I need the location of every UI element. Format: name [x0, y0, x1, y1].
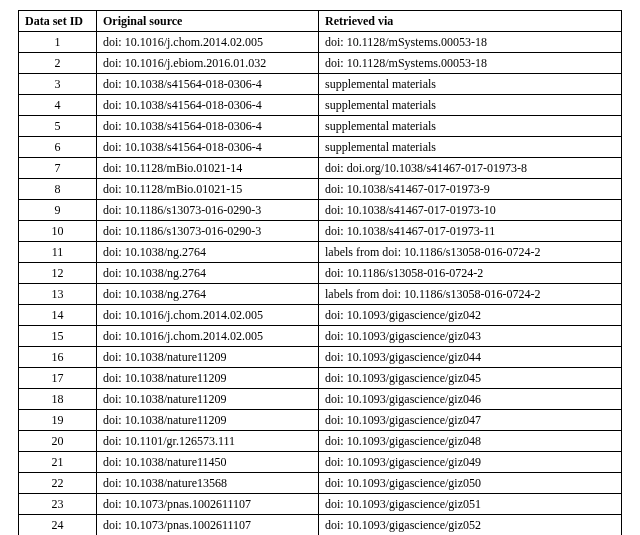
cell-source: doi: 10.1038/nature13568 [97, 473, 319, 494]
cell-source: doi: 10.1038/s41564-018-0306-4 [97, 137, 319, 158]
table-row: 4doi: 10.1038/s41564-018-0306-4supplemen… [19, 95, 622, 116]
cell-via: doi: 10.1093/gigascience/giz046 [319, 389, 622, 410]
cell-via: supplemental materials [319, 116, 622, 137]
cell-source: doi: 10.1186/s13073-016-0290-3 [97, 221, 319, 242]
cell-id: 18 [19, 389, 97, 410]
table-row: 22doi: 10.1038/nature13568doi: 10.1093/g… [19, 473, 622, 494]
cell-source: doi: 10.1016/j.ebiom.2016.01.032 [97, 53, 319, 74]
cell-source: doi: 10.1016/j.chom.2014.02.005 [97, 305, 319, 326]
cell-via: supplemental materials [319, 74, 622, 95]
cell-source: doi: 10.1128/mBio.01021-15 [97, 179, 319, 200]
cell-source: doi: 10.1038/nature11209 [97, 368, 319, 389]
cell-source: doi: 10.1038/s41564-018-0306-4 [97, 95, 319, 116]
table-row: 6doi: 10.1038/s41564-018-0306-4supplemen… [19, 137, 622, 158]
cell-source: doi: 10.1073/pnas.1002611107 [97, 494, 319, 515]
cell-source: doi: 10.1038/nature11209 [97, 410, 319, 431]
cell-id: 17 [19, 368, 97, 389]
cell-via: labels from doi: 10.1186/s13058-016-0724… [319, 284, 622, 305]
cell-id: 6 [19, 137, 97, 158]
cell-via: doi: 10.1093/gigascience/giz052 [319, 515, 622, 536]
col-header-via: Retrieved via [319, 11, 622, 32]
table-row: 8doi: 10.1128/mBio.01021-15doi: 10.1038/… [19, 179, 622, 200]
table-row: 7doi: 10.1128/mBio.01021-14doi: doi.org/… [19, 158, 622, 179]
table-header-row: Data set ID Original source Retrieved vi… [19, 11, 622, 32]
table-row: 15doi: 10.1016/j.chom.2014.02.005doi: 10… [19, 326, 622, 347]
cell-source: doi: 10.1038/nature11209 [97, 347, 319, 368]
data-sources-table: Data set ID Original source Retrieved vi… [18, 10, 622, 535]
cell-id: 19 [19, 410, 97, 431]
cell-source: doi: 10.1038/ng.2764 [97, 284, 319, 305]
cell-via: labels from doi: 10.1186/s13058-016-0724… [319, 242, 622, 263]
cell-id: 8 [19, 179, 97, 200]
table-row: 3doi: 10.1038/s41564-018-0306-4supplemen… [19, 74, 622, 95]
cell-via: doi: 10.1093/gigascience/giz045 [319, 368, 622, 389]
cell-source: doi: 10.1038/nature11209 [97, 389, 319, 410]
cell-id: 4 [19, 95, 97, 116]
cell-via: doi: 10.1128/mSystems.00053-18 [319, 53, 622, 74]
table-row: 11doi: 10.1038/ng.2764labels from doi: 1… [19, 242, 622, 263]
table-row: 10doi: 10.1186/s13073-016-0290-3doi: 10.… [19, 221, 622, 242]
cell-id: 24 [19, 515, 97, 536]
cell-source: doi: 10.1038/ng.2764 [97, 242, 319, 263]
cell-via: doi: 10.1093/gigascience/giz043 [319, 326, 622, 347]
table-row: 19doi: 10.1038/nature11209doi: 10.1093/g… [19, 410, 622, 431]
table-row: 18doi: 10.1038/nature11209doi: 10.1093/g… [19, 389, 622, 410]
cell-via: doi: 10.1038/s41467-017-01973-9 [319, 179, 622, 200]
cell-source: doi: 10.1038/s41564-018-0306-4 [97, 116, 319, 137]
cell-id: 15 [19, 326, 97, 347]
cell-via: doi: 10.1093/gigascience/giz051 [319, 494, 622, 515]
table-row: 23doi: 10.1073/pnas.1002611107doi: 10.10… [19, 494, 622, 515]
cell-via: supplemental materials [319, 95, 622, 116]
cell-via: doi: 10.1093/gigascience/giz047 [319, 410, 622, 431]
cell-via: doi: doi.org/10.1038/s41467-017-01973-8 [319, 158, 622, 179]
cell-source: doi: 10.1038/s41564-018-0306-4 [97, 74, 319, 95]
cell-id: 13 [19, 284, 97, 305]
table-row: 2doi: 10.1016/j.ebiom.2016.01.032doi: 10… [19, 53, 622, 74]
cell-source: doi: 10.1016/j.chom.2014.02.005 [97, 32, 319, 53]
table-row: 14doi: 10.1016/j.chom.2014.02.005doi: 10… [19, 305, 622, 326]
table-row: 16doi: 10.1038/nature11209doi: 10.1093/g… [19, 347, 622, 368]
cell-via: doi: 10.1128/mSystems.00053-18 [319, 32, 622, 53]
cell-id: 2 [19, 53, 97, 74]
cell-id: 3 [19, 74, 97, 95]
cell-id: 7 [19, 158, 97, 179]
cell-id: 12 [19, 263, 97, 284]
table-row: 5doi: 10.1038/s41564-018-0306-4supplemen… [19, 116, 622, 137]
cell-via: doi: 10.1093/gigascience/giz042 [319, 305, 622, 326]
cell-id: 9 [19, 200, 97, 221]
table-row: 1doi: 10.1016/j.chom.2014.02.005doi: 10.… [19, 32, 622, 53]
table-row: 21doi: 10.1038/nature11450doi: 10.1093/g… [19, 452, 622, 473]
cell-source: doi: 10.1038/ng.2764 [97, 263, 319, 284]
cell-via: doi: 10.1186/s13058-016-0724-2 [319, 263, 622, 284]
cell-via: doi: 10.1093/gigascience/giz049 [319, 452, 622, 473]
table-row: 9doi: 10.1186/s13073-016-0290-3doi: 10.1… [19, 200, 622, 221]
col-header-id: Data set ID [19, 11, 97, 32]
cell-id: 1 [19, 32, 97, 53]
cell-via: doi: 10.1093/gigascience/giz048 [319, 431, 622, 452]
cell-id: 22 [19, 473, 97, 494]
cell-id: 11 [19, 242, 97, 263]
cell-via: doi: 10.1093/gigascience/giz050 [319, 473, 622, 494]
cell-id: 14 [19, 305, 97, 326]
cell-id: 20 [19, 431, 97, 452]
table-row: 13doi: 10.1038/ng.2764labels from doi: 1… [19, 284, 622, 305]
cell-id: 16 [19, 347, 97, 368]
cell-source: doi: 10.1016/j.chom.2014.02.005 [97, 326, 319, 347]
table-row: 20doi: 10.1101/gr.126573.111doi: 10.1093… [19, 431, 622, 452]
cell-id: 23 [19, 494, 97, 515]
table-row: 12doi: 10.1038/ng.2764doi: 10.1186/s1305… [19, 263, 622, 284]
table-row: 24doi: 10.1073/pnas.1002611107doi: 10.10… [19, 515, 622, 536]
cell-source: doi: 10.1073/pnas.1002611107 [97, 515, 319, 536]
table-row: 17doi: 10.1038/nature11209doi: 10.1093/g… [19, 368, 622, 389]
cell-via: doi: 10.1038/s41467-017-01973-10 [319, 200, 622, 221]
cell-id: 21 [19, 452, 97, 473]
cell-source: doi: 10.1038/nature11450 [97, 452, 319, 473]
cell-source: doi: 10.1128/mBio.01021-14 [97, 158, 319, 179]
cell-id: 10 [19, 221, 97, 242]
cell-via: doi: 10.1093/gigascience/giz044 [319, 347, 622, 368]
cell-via: doi: 10.1038/s41467-017-01973-11 [319, 221, 622, 242]
cell-via: supplemental materials [319, 137, 622, 158]
cell-source: doi: 10.1101/gr.126573.111 [97, 431, 319, 452]
col-header-source: Original source [97, 11, 319, 32]
cell-source: doi: 10.1186/s13073-016-0290-3 [97, 200, 319, 221]
